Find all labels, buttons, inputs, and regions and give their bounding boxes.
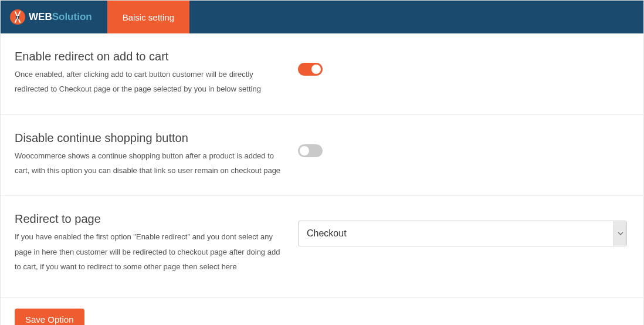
setting-desc: Woocommerce shows a continue shopping bu… [15,148,282,178]
toggle-knob [300,146,309,155]
header: π WEBSolution Baisic setting [0,0,644,33]
toggle-enable-redirect[interactable] [298,63,323,76]
select-value: Checkout [307,228,347,239]
setting-info: Redirect to page If you have enabled the… [15,212,282,274]
save-label: Save Option [25,314,74,324]
save-button[interactable]: Save Option [15,309,84,325]
content-panel: Enable redirect on add to cart Once enab… [0,33,644,325]
setting-desc: Once enabled, after clicking add to cart… [15,67,282,97]
brand-web: WEB [29,11,52,22]
setting-title: Disable continue shopping button [15,131,282,145]
setting-redirect-page: Redirect to page If you have enabled the… [1,196,643,298]
toggle-disable-continue[interactable] [298,144,323,157]
footer: Save Option [1,298,643,325]
chevron-down-icon [614,221,626,246]
brand-logo: π WEBSolution [1,1,101,33]
brand-solution: Solution [52,11,92,22]
setting-enable-redirect: Enable redirect on add to cart Once enab… [1,33,643,115]
select-redirect-page[interactable]: Checkout [298,221,627,246]
setting-control [282,50,629,78]
logo-icon: π [10,9,25,25]
tab-basic-setting[interactable]: Baisic setting [107,1,189,33]
setting-title: Redirect to page [15,212,282,226]
tab-label: Baisic setting [123,12,174,22]
setting-control [282,131,629,160]
toggle-knob [311,65,321,74]
setting-title: Enable redirect on add to cart [15,50,282,63]
setting-desc: If you have enabled the first option "En… [15,229,282,274]
setting-info: Disable continue shopping button Woocomm… [15,131,282,178]
setting-control: Checkout [282,212,629,246]
brand-text: WEBSolution [29,11,92,23]
pi-symbol: π [15,13,20,21]
setting-disable-continue: Disable continue shopping button Woocomm… [1,115,643,197]
setting-info: Enable redirect on add to cart Once enab… [15,50,282,97]
